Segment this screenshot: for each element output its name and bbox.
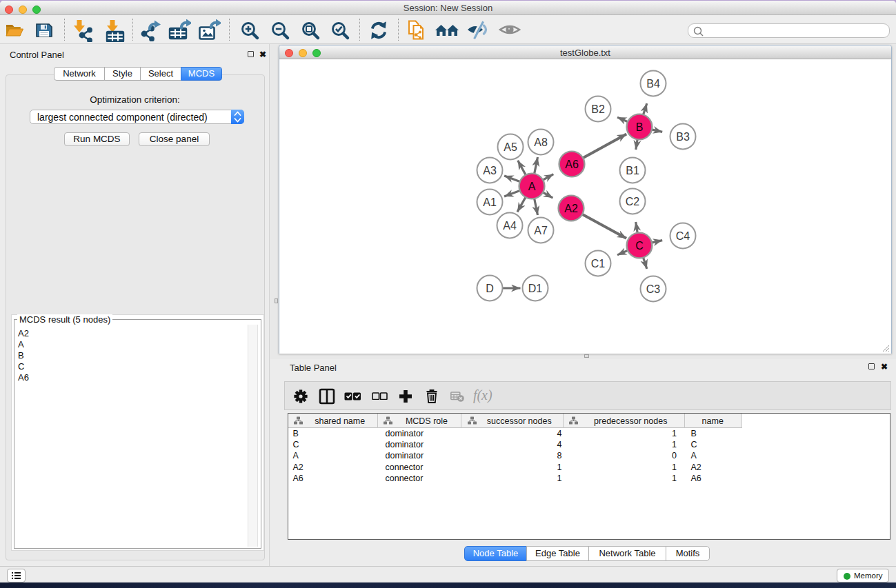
svg-text:A7: A7 xyxy=(534,225,548,236)
svg-text:A8: A8 xyxy=(534,136,548,148)
svg-text:A: A xyxy=(528,181,536,192)
svg-text:D1: D1 xyxy=(528,283,543,294)
svg-text:C4: C4 xyxy=(676,230,690,242)
svg-text:A2: A2 xyxy=(564,203,578,214)
svg-text:B3: B3 xyxy=(676,131,690,143)
svg-text:A5: A5 xyxy=(504,141,517,153)
svg-text:C: C xyxy=(635,240,644,252)
svg-text:B: B xyxy=(636,121,644,133)
svg-text:D: D xyxy=(486,283,494,294)
svg-text:B4: B4 xyxy=(646,78,660,90)
svg-text:B1: B1 xyxy=(626,165,639,176)
svg-text:C2: C2 xyxy=(626,196,640,207)
svg-text:C1: C1 xyxy=(591,258,606,270)
svg-text:A3: A3 xyxy=(483,165,497,176)
svg-text:C3: C3 xyxy=(646,283,661,295)
svg-text:B2: B2 xyxy=(591,103,605,115)
svg-text:A1: A1 xyxy=(483,196,497,208)
svg-text:A4: A4 xyxy=(503,220,517,232)
svg-text:A6: A6 xyxy=(565,159,579,170)
